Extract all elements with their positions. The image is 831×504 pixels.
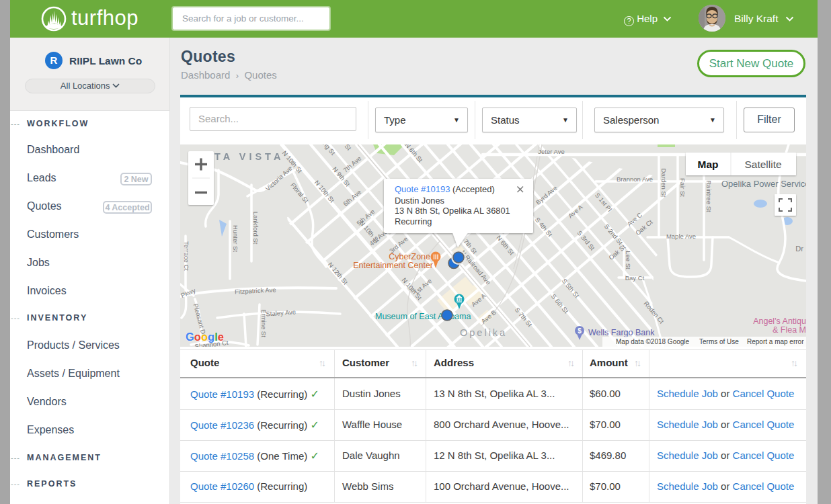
svg-text:Terms of Use: Terms of Use	[699, 338, 739, 345]
svg-text:Brannon Ave: Brannon Ave	[617, 175, 653, 183]
svg-text:CyberZone: CyberZone	[389, 252, 430, 261]
svg-text:TA VISTA: TA VISTA	[214, 151, 284, 162]
svg-text:13 N 8th St, Opelika AL 36801: 13 N 8th St, Opelika AL 36801	[395, 206, 510, 216]
svg-text:Maple Ave: Maple Ave	[666, 233, 696, 240]
svg-text:Opelika Power Service: Opelika Power Service	[721, 179, 806, 189]
svg-text:Angel's Antiqu: Angel's Antiqu	[753, 317, 806, 326]
svg-text:Entertainment Center: Entertainment Center	[353, 261, 433, 270]
svg-text:Lankford St: Lankford St	[252, 212, 260, 245]
svg-text:Terrace Ct: Terrace Ct	[183, 241, 190, 271]
svg-text:Report a map error: Report a map error	[747, 338, 804, 345]
svg-text:Dustin Jones: Dustin Jones	[395, 196, 444, 206]
svg-text:Wells Fargo Bank: Wells Fargo Bank	[588, 328, 655, 337]
svg-text:Fair St: Fair St	[679, 178, 686, 197]
svg-text:Ermine St: Ermine St	[260, 309, 268, 337]
svg-text:$: $	[578, 327, 582, 335]
svg-text:Raintree St: Raintree St	[705, 180, 713, 212]
svg-text:Darden St: Darden St	[660, 169, 668, 198]
svg-text:Satellite: Satellite	[744, 159, 781, 170]
svg-text:Map data ©2018 Google: Map data ©2018 Google	[616, 338, 690, 345]
svg-text:Dr: Dr	[795, 245, 803, 253]
svg-text:Opelika: Opelika	[460, 327, 507, 338]
svg-text:Hunter St: Hunter St	[232, 225, 239, 252]
svg-text:Google: Google	[186, 331, 224, 343]
svg-text:Quote #10193 (Accepted): Quote #10193 (Accepted)	[395, 184, 495, 194]
svg-text:Lee St: Lee St	[625, 251, 632, 269]
svg-text:Recurring: Recurring	[395, 216, 432, 226]
svg-text:Map: Map	[698, 159, 719, 170]
svg-text:Bay Ct: Bay Ct	[625, 274, 645, 282]
svg-text:& Flea M: & Flea M	[773, 325, 806, 335]
svg-text:Jeter Ave: Jeter Ave	[538, 148, 564, 155]
svg-text:Museum of East Alabama: Museum of East Alabama	[375, 312, 471, 321]
